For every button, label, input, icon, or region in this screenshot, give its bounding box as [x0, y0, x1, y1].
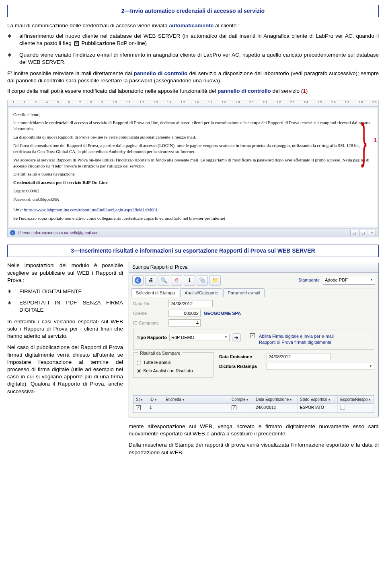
attach-button[interactable]: 📎 — [197, 275, 208, 286]
email-login: Login: 000002 — [13, 188, 373, 194]
printer-select[interactable]: Adobe PDF ▼ — [323, 276, 375, 285]
grid-header-st[interactable]: St ▾ — [133, 396, 147, 404]
grid-header-id[interactable]: ID ▾ — [147, 396, 163, 404]
row-st-checkbox[interactable]: ✓ — [136, 405, 141, 410]
row-comple-checkbox[interactable]: ✓ — [232, 405, 236, 410]
chevron-down-icon: ▾ — [141, 398, 142, 402]
printer-label: Stampante — [298, 277, 320, 283]
tipo-rapporto-value: RdP DEMO — [171, 335, 194, 341]
brace-number: 1 — [374, 137, 377, 144]
row-id: 1 — [147, 404, 163, 412]
b1-b: Pubblicazione RdP on-line) — [80, 40, 147, 46]
grid-header-etichetta[interactable]: Etichetta ▾ — [163, 396, 229, 404]
brace-annotation: } 1 — [356, 108, 377, 173]
folder-button[interactable]: 📁 — [209, 275, 221, 286]
p2-num: 1 — [303, 88, 306, 94]
section3-right-below: mente all'esportazione sul WEB, venga ri… — [129, 423, 379, 456]
data-emissione-value: 24/08/2012 — [269, 354, 291, 360]
email-screenshot: · 1 · · 2 · · 3 · · 4 · · 5 · · 6 · · 7 … — [7, 100, 379, 238]
grid-header-esporta[interactable]: Esporta/Riespo ▾ — [338, 396, 374, 404]
cliente-name: GEOGOMME SPA — [204, 310, 241, 316]
grid-header-row: St ▾ ID ▾ Etichetta ▾ Comple ▾ Data Espo… — [133, 396, 374, 404]
asterisk-icon: ∗ — [7, 299, 19, 314]
data-ric-label: Data Ric. — [133, 301, 165, 307]
email-body: Gentile cliente, le comunichiamo le cred… — [9, 108, 377, 227]
cliente-value: 000002 — [184, 310, 199, 316]
sec3-left-p3: Nel caso di pubblicazione dei Rapporti d… — [7, 344, 123, 395]
tipo-rapporto-label: Tipo Rapporto — [137, 335, 167, 341]
grid-header-data-esp[interactable]: Data Esportazione ▾ — [253, 396, 298, 404]
p2-mid: del servizio ( — [271, 88, 303, 94]
data-ric-value: 24/08/2012 — [170, 301, 193, 307]
email-l1: le comunichiamo le credenziali di access… — [13, 120, 373, 132]
email-status-text: Ulteriori informazioni su c.narcetti@gma… — [18, 230, 101, 236]
grid-row[interactable]: ✓ 1 ✓ 24/08/2012 ESPORTATO — [133, 404, 374, 412]
email-l5: Distinti saluti e buona navigazione — [13, 171, 373, 177]
print-button[interactable]: 🖨 — [145, 275, 156, 286]
preview-button[interactable]: 🔍 — [158, 275, 169, 286]
email-link[interactable]: https://www.labproonline.com/rdponline/E… — [24, 207, 158, 212]
section2-body: La mail di comunicazione delle credenzia… — [7, 22, 379, 95]
risultati-panel: Risultati da Stampare Tutte le analisi S… — [133, 352, 214, 378]
chevron-down-icon: ▾ — [183, 398, 184, 402]
pdf-button[interactable]: ⎙ — [171, 275, 182, 286]
dicitura-label: Dicitura Ristampa — [219, 363, 263, 370]
email-l4: Per accedere al servizio Rapporti di Pro… — [13, 157, 373, 169]
chevron-down-icon: ▼ — [370, 278, 373, 282]
chevron-down-icon: ▾ — [155, 398, 156, 402]
firma-checkbox-label: Abilita Firma digitale e invia per e-mai… — [259, 333, 343, 345]
statusbar-view-button[interactable]: ▢ — [350, 230, 358, 236]
data-emissione-label: Data Emissione — [219, 354, 263, 360]
firma-checkbox[interactable]: ✓ — [250, 333, 255, 338]
email-greeting: Gentile cliente, — [13, 112, 373, 118]
sec3-bullet-1-text: FIRMATI DIGITALMENTE — [19, 288, 123, 295]
p2-post: ) — [306, 88, 308, 94]
idcampione-label: ID Campione — [133, 320, 165, 326]
tab-analisi[interactable]: Analisi/Categorie — [180, 288, 222, 297]
dialog-title: Stampa Rapporti di Prova — [129, 262, 378, 272]
email-l2: La disponibilità di nuovi Rapporti di Pr… — [13, 134, 373, 140]
radio-row-1[interactable]: Tutte le analisi — [137, 359, 210, 365]
export-button[interactable]: ⇣ — [184, 275, 195, 286]
tipo-rapporto-panel: Tipo Rapporto RdP DEMO ▼ ➜ ✓ Abilita Fir… — [133, 329, 374, 350]
dicitura-select[interactable]: ▼ — [267, 363, 374, 370]
sec3-rb-p2: Dalla maschera di Stampa dei rapporti di… — [129, 441, 379, 456]
section2-p2: Il corpo della mail potrà essere modific… — [7, 88, 379, 95]
sec3-rb-p1: mente all'esportazione sul WEB, venga ri… — [129, 423, 379, 437]
section3-right-column: Stampa Rapporti di Prova 🖨 🔍 ⎙ ⇣ 📎 📁 Sta… — [129, 262, 379, 456]
p1-accent: pannello di controllo — [134, 70, 188, 76]
tab-selezioni[interactable]: Selezioni di Stampa — [131, 288, 179, 297]
back-button[interactable] — [132, 275, 144, 286]
row-stato: ESPORTATO — [298, 404, 338, 412]
p1-pre: E' inoltre possibile reinviare la mail d… — [7, 70, 134, 76]
cliente-input[interactable]: 000002 — [168, 310, 201, 317]
data-ric-input[interactable]: 24/08/2012 — [168, 300, 213, 307]
sec3-left-p1: Nelle impostazioni del modulo è possibil… — [7, 262, 123, 284]
data-emissione-input[interactable]: 24/08/2012 — [267, 353, 331, 360]
grid-header-comple[interactable]: Comple ▾ — [229, 396, 253, 404]
chevron-down-icon: ▾ — [246, 398, 248, 402]
section2-bullet-2: ∗ Quando viene variato l'indirizzo e-mai… — [7, 51, 379, 66]
radio-row-2[interactable]: Solo Analisi con Risultato — [137, 368, 210, 374]
dialog-toolbar: 🖨 🔍 ⎙ ⇣ 📎 📁 Stampante Adobe PDF ▼ — [129, 273, 378, 288]
asterisk-icon: ∗ — [7, 51, 19, 66]
section2-bullet-2-text: Quando viene variato l'indirizzo e-mail … — [19, 51, 379, 66]
row-etichetta — [163, 404, 229, 412]
chevron-down-icon: ▼ — [224, 335, 228, 340]
statusbar-expand-button[interactable]: ^ — [368, 230, 376, 236]
tab-parametri[interactable]: Parametri e-mail — [223, 288, 265, 297]
statusbar-view-button[interactable]: ▢ — [359, 230, 367, 236]
chevron-down-icon: ▾ — [329, 398, 330, 402]
sec3-left-p2: In entrambi i casi verranno esportati su… — [7, 318, 123, 340]
idcampione-input[interactable]: 4 — [168, 319, 201, 327]
chevron-down-icon: ▼ — [369, 364, 372, 369]
asterisk-icon: ∗ — [7, 33, 19, 47]
back-arrow-icon — [134, 277, 142, 284]
row-esporta-checkbox[interactable] — [340, 405, 345, 410]
tipo-rapporto-lookup-button[interactable]: ➜ — [232, 333, 241, 341]
grid-header-stato[interactable]: Stato Esportazi ▾ — [298, 396, 338, 404]
row-data-esp: 24/08/2012 — [253, 404, 298, 412]
section2-bullet-1: ∗ all'inserimento del nuovo cliente nel … — [7, 33, 379, 47]
tipo-rapporto-select[interactable]: RdP DEMO ▼ — [169, 334, 230, 341]
idcampione-value: 4 — [196, 320, 199, 326]
